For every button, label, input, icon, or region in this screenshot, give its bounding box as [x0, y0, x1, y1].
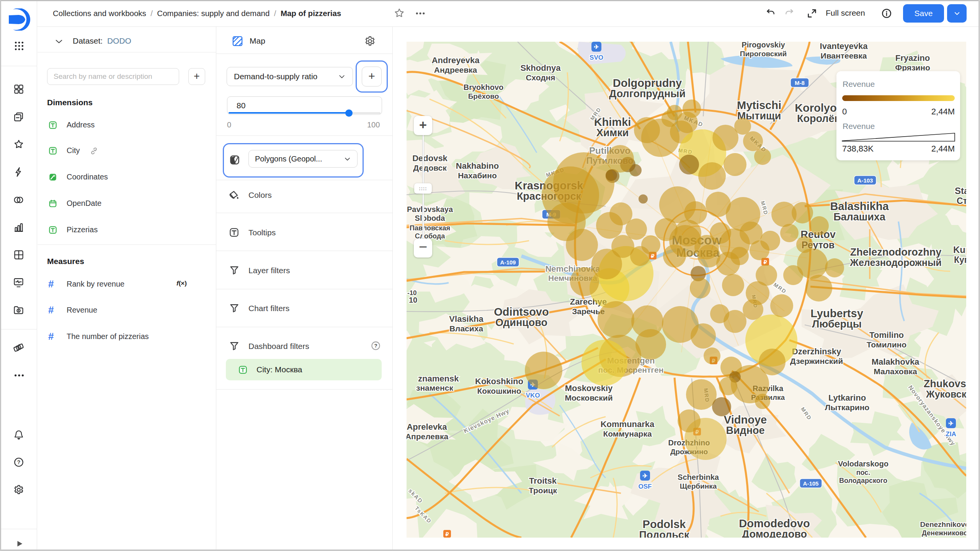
- svg-text:ZIA: ZIA: [946, 430, 956, 438]
- svg-text:?: ?: [374, 343, 377, 349]
- svg-text:-10: -10: [407, 289, 417, 297]
- svg-text:Власиха: Власиха: [449, 324, 483, 333]
- svg-text:Mytischi: Mytischi: [737, 99, 781, 111]
- svg-text:skAD: skAD: [407, 487, 424, 505]
- svg-text:Химки: Химки: [596, 127, 629, 139]
- svg-text:Troitsk: Troitsk: [529, 476, 557, 486]
- svg-text:Ivanteyevka: Ivanteyevka: [820, 42, 868, 51]
- svg-text:MRD: MRD: [800, 406, 813, 421]
- svg-text:Балашиха: Балашиха: [833, 211, 886, 223]
- svg-text:Nakhabino: Nakhabino: [456, 161, 499, 171]
- svg-text:Volodarskogo: Volodarskogo: [838, 460, 889, 468]
- svg-text:Куп: Куп: [954, 255, 966, 265]
- svg-text:Троицк: Троицк: [529, 486, 557, 495]
- svg-text:Sloboda: Sloboda: [415, 214, 446, 222]
- svg-text:Pavlovskaya: Pavlovskaya: [407, 205, 453, 214]
- svg-text:Vidnoye: Vidnoye: [724, 414, 767, 426]
- svg-text:Подольск: Подольск: [639, 529, 689, 538]
- svg-text:Малаховка: Малаховка: [874, 367, 917, 376]
- svg-text:Жуковский: Жуковский: [926, 389, 966, 399]
- svg-text:Стар: Стар: [957, 196, 966, 206]
- svg-text:TsKAD: TsKAD: [414, 505, 433, 525]
- svg-text:10: 10: [409, 296, 417, 304]
- svg-text:Aprelevka: Aprelevka: [407, 422, 447, 432]
- svg-text:Сходня: Сходня: [526, 73, 555, 82]
- svg-text:Нахабино: Нахабино: [458, 171, 497, 180]
- svg-text:знаменск: знаменск: [416, 383, 453, 392]
- svg-text:Stara: Stara: [955, 186, 966, 196]
- svg-text:Кокошкино: Кокошкино: [477, 386, 521, 395]
- svg-text:Kup: Kup: [953, 245, 966, 255]
- svg-text:Skhodnya: Skhodnya: [520, 63, 561, 73]
- svg-text:Апрелевка: Апрелевка: [407, 432, 448, 441]
- svg-text:✈: ✈: [594, 44, 599, 50]
- svg-text:MRD: MRD: [773, 281, 788, 295]
- svg-text:Дзержинский: Дзержинский: [790, 357, 843, 365]
- svg-text:Володарского: Володарского: [839, 477, 887, 484]
- svg-text:₽: ₽: [764, 259, 767, 265]
- svg-text:Андреевка: Андреевка: [434, 65, 477, 74]
- svg-text:Павловская: Павловская: [410, 224, 450, 232]
- svg-text:Люберцы: Люберцы: [812, 318, 862, 330]
- svg-text:Dzerzhinsky: Dzerzhinsky: [792, 347, 841, 356]
- svg-text:A-105: A-105: [803, 480, 819, 487]
- svg-text:Видное: Видное: [726, 425, 764, 436]
- svg-text:VKO: VKO: [526, 392, 540, 399]
- svg-text:OSF: OSF: [639, 483, 652, 490]
- svg-text:Vlasikha: Vlasikha: [449, 314, 483, 324]
- svg-text:Podolsk: Podolsk: [643, 518, 686, 530]
- svg-text:Andreyevka: Andreyevka: [432, 55, 480, 65]
- svg-text:Денежниково: Денежниково: [922, 529, 966, 537]
- svg-text:Bryokhovo: Bryokhovo: [464, 83, 503, 91]
- svg-text:Домодедово: Домодедово: [742, 528, 807, 538]
- svg-text:Malakhovka: Malakhovka: [872, 357, 920, 367]
- svg-text:A-103: A-103: [858, 177, 873, 184]
- svg-text:Долгопрудный: Долгопрудный: [609, 88, 686, 99]
- svg-text:Брёхово: Брёхово: [468, 92, 499, 100]
- svg-text:Zheleznodorozhny: Zheleznodorozhny: [850, 246, 942, 258]
- svg-text:?: ?: [17, 459, 21, 465]
- svg-text:Пироговский: Пироговский: [740, 50, 787, 58]
- svg-text:znamensk: znamensk: [418, 374, 459, 383]
- svg-text:Лыткарино: Лыткарино: [825, 403, 869, 412]
- svg-text:Lytkarino: Lytkarino: [828, 393, 866, 403]
- svg-text:Pirogovskiy: Pirogovskiy: [742, 42, 785, 49]
- svg-text:Московский: Московский: [565, 393, 612, 402]
- svg-text:Balashikha: Balashikha: [830, 200, 889, 212]
- svg-text:Железнодорожный: Железнодорожный: [849, 257, 941, 268]
- svg-text:Королёв: Королёв: [797, 113, 841, 124]
- svg-text:Domodedovo: Domodedovo: [739, 517, 810, 530]
- svg-text:Коммунарка: Коммунарка: [603, 429, 652, 438]
- svg-text:Scherbinka: Scherbinka: [678, 473, 719, 481]
- svg-text:пос.: пос.: [856, 469, 871, 476]
- svg-text:Kokoshkino: Kokoshkino: [475, 377, 523, 386]
- svg-text:Одинцово: Одинцово: [495, 317, 547, 328]
- svg-text:Kievskoye Hwy: Kievskoye Hwy: [462, 408, 510, 434]
- svg-text:MRD: MRD: [760, 200, 769, 216]
- svg-text:✈: ✈: [948, 420, 953, 427]
- svg-text:✈: ✈: [642, 473, 647, 479]
- svg-text:Фрязино: Фрязино: [895, 63, 930, 72]
- svg-text:₽: ₽: [446, 531, 449, 537]
- svg-text:Khimki: Khimki: [594, 116, 631, 128]
- svg-text:Dolgoprudny: Dolgoprudny: [613, 77, 682, 89]
- svg-text:Щербинка: Щербинка: [680, 482, 717, 490]
- svg-text:Tomilino: Tomilino: [869, 330, 904, 340]
- svg-text:M-8: M-8: [795, 80, 805, 86]
- svg-text:Zhukovskiy: Zhukovskiy: [924, 378, 966, 390]
- svg-text:Fryazino: Fryazino: [895, 53, 930, 63]
- svg-text:Kommunarka: Kommunarka: [601, 419, 655, 429]
- svg-text:Korolyov: Korolyov: [795, 102, 843, 114]
- svg-text:A-109: A-109: [500, 259, 516, 266]
- svg-text:Denezhnikovo: Denezhnikovo: [920, 520, 966, 528]
- svg-text:Ивантеевка: Ивантеевка: [821, 51, 867, 60]
- svg-text:Дедовск: Дедовск: [413, 163, 447, 172]
- svg-text:Dedovsk: Dedovsk: [412, 153, 448, 163]
- svg-text:Lyubertsy: Lyubertsy: [810, 307, 863, 320]
- svg-text:SVO: SVO: [590, 54, 603, 61]
- svg-text:Томилино: Томилино: [867, 340, 906, 349]
- svg-text:Odintsovo: Odintsovo: [494, 306, 549, 318]
